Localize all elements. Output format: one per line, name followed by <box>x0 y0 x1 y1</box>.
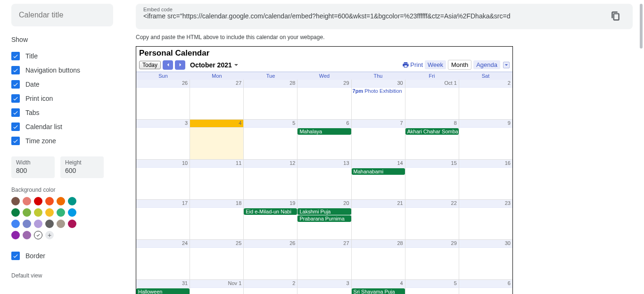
color-swatch[interactable] <box>23 220 31 228</box>
calendar-day[interactable]: Nov 1 <box>190 280 244 294</box>
calendar-day[interactable]: 31Halloween <box>136 280 190 294</box>
color-swatch[interactable] <box>68 220 76 228</box>
calendar-day[interactable]: 27 <box>190 80 244 120</box>
scroll-thumb[interactable] <box>640 4 643 49</box>
calendar-day[interactable]: 23 <box>459 200 512 240</box>
calendar-day[interactable]: 18 <box>190 200 244 240</box>
calendar-day[interactable]: 24 <box>136 240 190 280</box>
calendar-day[interactable]: 9 <box>459 120 512 160</box>
print-button[interactable]: Print <box>402 61 423 68</box>
show-option-row[interactable]: Tabs <box>11 106 113 120</box>
calendar-day[interactable]: 3 <box>297 280 351 294</box>
next-button[interactable] <box>175 60 185 70</box>
calendar-event[interactable]: Mahalaya <box>297 128 351 135</box>
color-swatch[interactable] <box>34 208 42 217</box>
show-option-row[interactable]: Print icon <box>11 91 113 106</box>
calendar-event[interactable]: Akhari Chahar Somba <box>405 128 459 135</box>
calendar-day[interactable]: 13 <box>297 160 351 200</box>
show-option-row[interactable]: Title <box>11 49 113 63</box>
color-swatch[interactable] <box>23 197 31 205</box>
border-row[interactable]: Border <box>11 249 113 263</box>
calendar-day[interactable]: 2 <box>459 80 512 120</box>
scrollbar[interactable] <box>638 4 644 173</box>
calendar-day[interactable]: Oct 1 <box>405 80 459 120</box>
calendar-day[interactable]: 7 <box>352 120 405 160</box>
height-input[interactable] <box>65 167 99 174</box>
width-field[interactable]: Width <box>11 156 55 178</box>
color-swatch[interactable] <box>34 197 42 205</box>
color-swatch[interactable] <box>11 197 20 205</box>
view-week-tab[interactable]: Week <box>425 60 446 69</box>
add-color-button[interactable]: + <box>45 231 54 239</box>
calendar-event[interactable]: 7pm Photo Exhibition <box>352 88 405 94</box>
month-label[interactable]: October 2021 <box>190 61 239 69</box>
calendar-event[interactable]: Mahanabami <box>352 168 405 175</box>
calendar-day[interactable]: 12 <box>244 160 297 200</box>
calendar-day[interactable]: 11 <box>190 160 244 200</box>
color-swatch[interactable] <box>45 197 54 205</box>
calendar-title-input[interactable] <box>11 4 113 26</box>
color-swatch[interactable] <box>57 197 65 205</box>
calendar-day[interactable]: 27 <box>297 240 351 280</box>
calendar-day[interactable]: 26 <box>244 240 297 280</box>
calendar-day[interactable]: 6 <box>459 280 512 294</box>
calendar-day[interactable]: 307pm Photo Exhibition <box>352 80 405 120</box>
show-option-row[interactable]: Time zone <box>11 134 113 148</box>
calendar-day[interactable]: 3 <box>136 120 190 160</box>
calendar-day[interactable]: 22 <box>405 200 459 240</box>
calendar-day[interactable]: 8Akhari Chahar Somba <box>405 120 459 160</box>
calendar-day[interactable]: 16 <box>459 160 512 200</box>
calendar-event[interactable]: Prabarana Purnima <box>297 215 351 222</box>
calendar-day[interactable]: 4Sri Shayama Puja <box>352 280 405 294</box>
color-swatch-white[interactable] <box>34 231 42 239</box>
calendar-day[interactable]: 14Mahanabami <box>352 160 405 200</box>
color-swatch[interactable] <box>68 197 76 205</box>
show-option-row[interactable]: Navigation buttons <box>11 63 113 77</box>
calendar-day[interactable]: 25 <box>190 240 244 280</box>
embed-code-text[interactable]: <iframe src="https://calendar.google.com… <box>143 12 606 20</box>
calendar-day[interactable]: 29 <box>297 80 351 120</box>
calendar-day[interactable]: 10 <box>136 160 190 200</box>
calendar-day[interactable]: 2 <box>244 280 297 294</box>
color-swatch[interactable] <box>45 220 54 228</box>
calendar-day[interactable]: 29 <box>405 240 459 280</box>
calendar-event[interactable]: Lakshmi Puja <box>297 208 351 215</box>
color-swatch[interactable] <box>11 220 20 228</box>
view-agenda-tab[interactable]: Agenda <box>473 60 500 69</box>
color-swatch[interactable] <box>68 208 76 217</box>
calendar-day[interactable]: 19Eid e-Milad-un Nabi <box>244 200 297 240</box>
calendar-event[interactable]: Sri Shayama Puja <box>352 288 405 294</box>
color-swatch[interactable] <box>57 220 65 228</box>
color-swatch[interactable] <box>45 208 54 217</box>
calendar-day[interactable]: 20Lakshmi PujaPrabarana Purnima <box>297 200 351 240</box>
calendar-day[interactable]: 17 <box>136 200 190 240</box>
calendar-event[interactable]: Halloween <box>136 288 190 294</box>
color-swatch[interactable] <box>11 231 20 239</box>
prev-button[interactable] <box>163 60 173 70</box>
color-swatch[interactable] <box>23 208 31 217</box>
day-body <box>459 288 512 294</box>
calendar-day[interactable]: 28 <box>352 240 405 280</box>
view-dropdown[interactable] <box>503 62 510 68</box>
calendar-day[interactable]: 4 <box>190 120 244 160</box>
calendar-day[interactable]: 5 <box>405 280 459 294</box>
color-swatch[interactable] <box>23 231 31 239</box>
width-input[interactable] <box>16 167 50 174</box>
height-field[interactable]: Height <box>60 156 104 178</box>
copy-button[interactable] <box>606 7 625 25</box>
calendar-day[interactable]: 30 <box>459 240 512 280</box>
calendar-day[interactable]: 5 <box>244 120 297 160</box>
calendar-event[interactable]: Eid e-Milad-un Nabi <box>244 208 297 215</box>
calendar-day[interactable]: 6Mahalaya <box>297 120 351 160</box>
calendar-day[interactable]: 21 <box>352 200 405 240</box>
color-swatch[interactable] <box>34 220 42 228</box>
calendar-day[interactable]: 26 <box>136 80 190 120</box>
show-option-row[interactable]: Calendar list <box>11 120 113 134</box>
color-swatch[interactable] <box>57 208 65 217</box>
calendar-day[interactable]: 15 <box>405 160 459 200</box>
view-month-tab[interactable]: Month <box>448 60 471 70</box>
color-swatch[interactable] <box>11 208 20 217</box>
calendar-day[interactable]: 28 <box>244 80 297 120</box>
show-option-row[interactable]: Date <box>11 77 113 91</box>
today-button[interactable]: Today <box>139 61 161 69</box>
